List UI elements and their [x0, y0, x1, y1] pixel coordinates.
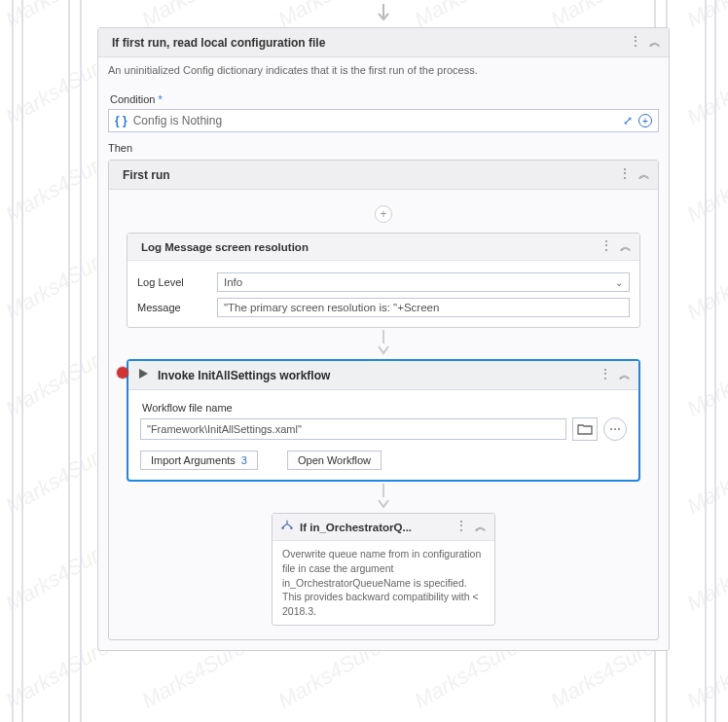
log-level-label: Log Level	[137, 276, 207, 288]
import-arguments-button[interactable]: Import Arguments 3	[140, 451, 258, 470]
log-level-value: Info	[224, 276, 242, 288]
workflow-file-value: "Framework\InitAllSettings.xaml"	[147, 423, 302, 435]
message-input[interactable]: "The primary screen resolution is: "+Scr…	[217, 298, 630, 317]
menu-icon[interactable]: ⋮	[619, 166, 631, 183]
menu-icon[interactable]: ⋮	[600, 367, 611, 383]
if-activity-title: If first run, read local configuration f…	[112, 36, 624, 50]
play-icon	[136, 367, 150, 383]
inner-if-header[interactable]: If in_OrchestratorQ... ⋮ ︽	[273, 514, 494, 541]
first-run-header[interactable]: First run ⋮ ︽	[109, 161, 658, 190]
more-options-button[interactable]: ⋯	[603, 417, 627, 441]
inner-if-description: Overwrite queue name from in configurati…	[273, 541, 494, 624]
condition-expression-input[interactable]: { } Config is Nothing ⤢ +	[108, 109, 659, 132]
workflow-file-input[interactable]: "Framework\InitAllSettings.xaml"	[140, 418, 566, 440]
collapse-icon[interactable]: ︽	[475, 519, 487, 535]
first-run-title: First run	[123, 168, 613, 182]
condition-expression-text: Config is Nothing	[133, 114, 617, 127]
breakpoint-icon[interactable]	[117, 367, 128, 379]
svg-point-7	[290, 527, 293, 530]
add-activity-button[interactable]: +	[127, 205, 640, 223]
if-activity-card[interactable]: If first run, read local configuration f…	[97, 27, 670, 651]
workflow-file-label: Workflow file name	[142, 402, 625, 414]
invoke-title: Invoke InitAllSettings workflow	[158, 369, 592, 382]
open-workflow-button[interactable]: Open Workflow	[287, 451, 382, 470]
browse-folder-button[interactable]	[572, 417, 598, 441]
log-message-activity[interactable]: Log Message screen resolution ⋮ ︽ Log Le…	[127, 233, 640, 328]
inner-if-activity[interactable]: If in_OrchestratorQ... ⋮ ︽ Overwrite que…	[272, 513, 495, 625]
inner-if-title: If in_OrchestratorQ...	[300, 522, 450, 533]
menu-icon[interactable]: ⋮	[630, 34, 641, 51]
invoke-header[interactable]: Invoke InitAllSettings workflow ⋮ ︽	[128, 361, 638, 390]
invoke-workflow-activity[interactable]: Invoke InitAllSettings workflow ⋮ ︽ Work…	[127, 359, 640, 482]
log-message-header[interactable]: Log Message screen resolution ⋮ ︽	[127, 234, 639, 261]
if-icon	[280, 519, 294, 535]
collapse-icon[interactable]: ︽	[649, 34, 661, 51]
if-activity-description: An uninitialized Config dictionary indic…	[98, 57, 669, 84]
collapse-icon[interactable]: ︽	[619, 367, 631, 383]
connector	[127, 484, 640, 511]
connector	[127, 330, 640, 357]
expand-expression-icon[interactable]: ⤢	[623, 114, 633, 127]
braces-icon: { }	[115, 114, 127, 127]
log-level-select[interactable]: Info ⌄	[217, 272, 630, 292]
if-activity-header[interactable]: If first run, read local configuration f…	[98, 28, 669, 57]
collapse-icon[interactable]: ︽	[620, 238, 632, 255]
import-arguments-count: 3	[241, 454, 247, 466]
log-message-title: Log Message screen resolution	[141, 241, 595, 253]
message-value: "The primary screen resolution is: "+Scr…	[224, 302, 439, 313]
first-run-sequence[interactable]: First run ⋮ ︽ + Log Message	[108, 160, 659, 639]
condition-label: Condition *	[110, 93, 657, 105]
arrow-down-icon	[97, 4, 670, 23]
add-expression-icon[interactable]: +	[638, 114, 652, 127]
message-label: Message	[137, 302, 207, 313]
collapse-icon[interactable]: ︽	[638, 166, 650, 183]
then-label: Then	[108, 142, 659, 154]
menu-icon[interactable]: ⋮	[601, 238, 612, 255]
menu-icon[interactable]: ⋮	[455, 519, 467, 535]
svg-point-6	[281, 527, 284, 530]
chevron-down-icon: ⌄	[615, 277, 623, 288]
